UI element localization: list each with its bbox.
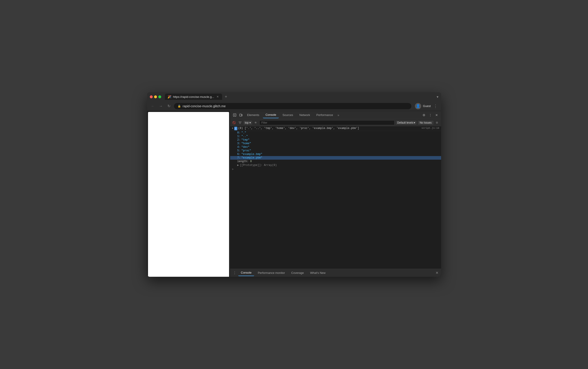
active-tab[interactable]: 🎉 https://rapid-concise-muscle.g... ✕ (165, 94, 222, 100)
index-label-1: 1: (237, 135, 241, 138)
forward-icon: → (159, 104, 163, 108)
tab-elements[interactable]: Elements (244, 112, 262, 118)
close-devtools-button[interactable]: ✕ (434, 113, 439, 118)
prototype-expand-icon[interactable]: ▶ (237, 164, 239, 167)
svg-rect-2 (240, 114, 241, 116)
prototype-text: [[Prototype]]: Array(0) (240, 164, 277, 167)
console-prompt-line[interactable]: > (230, 167, 441, 172)
array-item-6: 6: "example.bmp" (230, 153, 441, 156)
back-button[interactable]: ← (150, 103, 156, 109)
value-2: "tmp" (241, 138, 249, 142)
reload-button[interactable]: ↻ (166, 103, 172, 109)
nav-bar: ← → ↻ 🔒 rapid-concise-muscle.glitch.me 👤… (147, 101, 441, 111)
filter-icon[interactable] (238, 121, 242, 125)
index-label-3: 3: (237, 142, 241, 145)
user-label[interactable]: Guest (423, 104, 431, 108)
reload-icon: ↻ (167, 104, 170, 108)
bottom-tab-coverage[interactable]: Coverage (289, 270, 306, 276)
array-item-2: 2: "tmp" (230, 138, 441, 142)
devtools-panel: Elements Console Sources Network Perform… (230, 111, 441, 277)
device-toolbar-button[interactable] (238, 113, 244, 118)
bottom-tab-performance-monitor[interactable]: Performance monitor (255, 270, 287, 276)
device-icon (239, 113, 243, 117)
filter-input[interactable] (259, 120, 395, 125)
array-item-0: 0: "." (230, 131, 441, 134)
more-tabs-button[interactable]: » (336, 113, 340, 118)
person-icon: 👤 (416, 104, 420, 108)
array-item-4: 4: "dev" (230, 145, 441, 149)
bottom-tab-console[interactable]: Console (238, 270, 254, 276)
console-output[interactable]: ▼ i (8) ['.', '..', 'tmp', 'home', 'dev'… (230, 126, 441, 269)
title-bar: 🎉 https://rapid-concise-muscle.g... ✕ + … (147, 92, 441, 101)
no-issues-button[interactable]: No Issues (418, 121, 433, 125)
tab-bar: 🎉 https://rapid-concise-muscle.g... ✕ + (165, 94, 435, 100)
log-entry-array: ▼ i (8) ['.', '..', 'tmp', 'home', 'dev'… (230, 126, 441, 131)
length-key: length: 8 (237, 160, 252, 163)
traffic-lights (150, 95, 161, 98)
value-0: "." (241, 131, 246, 134)
browser-menu-button[interactable]: ⋮ (433, 103, 438, 110)
array-preview-text: (8) ['.', '..', 'tmp', 'home', 'dev', 'p… (238, 127, 359, 130)
title-bar-right: ▾ (437, 95, 438, 99)
address-bar[interactable]: 🔒 rapid-concise-muscle.glitch.me (174, 103, 411, 109)
console-toolbar: 🚫 top ▾ 👁 Default levels ▾ No Issues (230, 119, 441, 126)
cursor-icon (233, 113, 236, 117)
user-avatar[interactable]: 👤 (415, 103, 421, 109)
svg-point-1 (234, 115, 235, 115)
index-label-4: 4: (237, 145, 241, 149)
info-badge: i (234, 127, 237, 130)
settings-button[interactable]: ⚙ (421, 113, 427, 118)
levels-label: Default levels (397, 121, 413, 124)
close-window-button[interactable] (150, 95, 153, 98)
maximize-window-button[interactable] (158, 95, 161, 98)
context-chevron-icon: ▾ (249, 121, 251, 124)
expand-array-button[interactable]: ▼ (232, 127, 233, 130)
nav-right: 👤 Guest ⋮ (415, 103, 438, 110)
levels-chevron-icon: ▾ (414, 121, 415, 124)
bottom-tab-whats-new[interactable]: What's New (307, 270, 328, 276)
eye-button[interactable]: 👁 (253, 121, 258, 125)
value-6: "example.bmp" (241, 153, 263, 156)
close-bottom-bar-button[interactable]: ✕ (435, 270, 439, 276)
array-item-1: 1: ".." (230, 134, 441, 138)
tab-close-button[interactable]: ✕ (216, 95, 219, 99)
minimize-window-button[interactable] (154, 95, 157, 98)
chevron-down-icon[interactable]: ▾ (437, 95, 438, 99)
value-4: "dev" (241, 145, 249, 149)
tab-console[interactable]: Console (263, 112, 279, 118)
tab-performance[interactable]: Performance (314, 112, 336, 118)
devtools-toolbar-right: ⚙ ⋮ ✕ (421, 113, 439, 118)
index-label-6: 6: (237, 153, 241, 156)
main-area: Elements Console Sources Network Perform… (147, 111, 441, 277)
prototype-line: ▶ [[Prototype]]: Array(0) (230, 163, 441, 167)
forward-button[interactable]: → (158, 103, 164, 109)
console-settings-button[interactable]: ⚙ (435, 121, 439, 125)
svg-rect-3 (241, 114, 242, 116)
source-link[interactable]: script.js:10 (421, 127, 439, 129)
array-item-7: 7: "example.pbm" (230, 156, 441, 160)
webpage-viewport (148, 112, 229, 277)
clear-console-button[interactable]: 🚫 (232, 121, 236, 125)
tab-favicon-icon: 🎉 (167, 95, 171, 99)
index-label-5: 5: (237, 149, 241, 152)
tab-title: https://rapid-concise-muscle.g... (173, 95, 214, 99)
prompt-chevron-icon: > (232, 168, 233, 171)
array-length-line: length: 8 (230, 160, 441, 163)
bottom-menu-button[interactable]: ⋮ (232, 270, 237, 276)
context-selector[interactable]: top ▾ (244, 121, 252, 125)
tab-network[interactable]: Network (297, 112, 313, 118)
filter-svg-icon (238, 121, 242, 124)
new-tab-button[interactable]: + (223, 94, 229, 100)
more-options-button[interactable]: ⋮ (428, 113, 433, 118)
inspect-element-button[interactable] (232, 113, 237, 118)
array-item-5: 5: "proc" (230, 149, 441, 153)
value-7: "example.pbm" (241, 156, 263, 159)
lock-icon: 🔒 (178, 104, 181, 108)
back-icon: ← (151, 104, 155, 108)
url-text: rapid-concise-muscle.glitch.me (183, 104, 226, 108)
context-label: top (245, 121, 249, 124)
browser-window: 🎉 https://rapid-concise-muscle.g... ✕ + … (147, 92, 441, 277)
levels-selector[interactable]: Default levels ▾ (396, 121, 416, 125)
tab-sources[interactable]: Sources (280, 112, 296, 118)
value-3: "home" (241, 142, 251, 145)
